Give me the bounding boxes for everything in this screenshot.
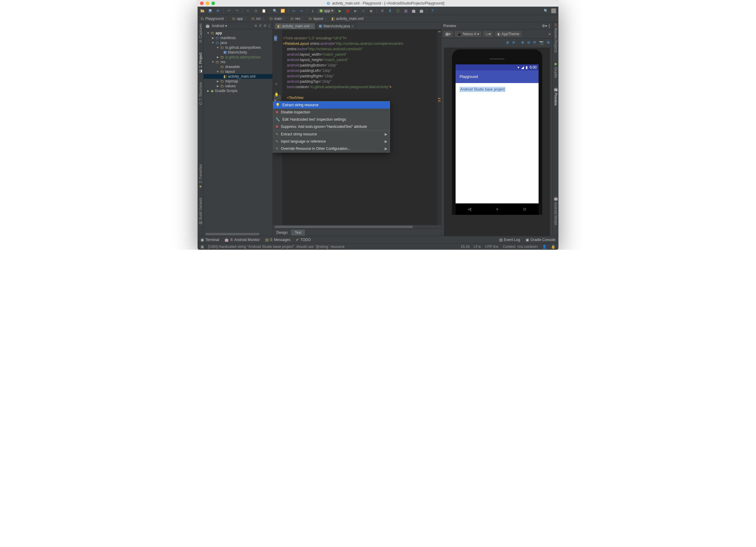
breadcrumb-item[interactable]: 🗀res〉 <box>289 15 306 22</box>
collapse-all-icon[interactable]: ⇵ <box>259 24 262 28</box>
screenshot-icon[interactable]: 📷 <box>539 40 544 45</box>
forward-icon[interactable]: ⇨ <box>299 8 305 14</box>
undo-icon[interactable]: ↶ <box>226 8 232 14</box>
zoom-fit-icon[interactable]: ⊕ <box>521 40 524 45</box>
user-icon[interactable] <box>551 8 557 14</box>
orientation-icon[interactable]: ▭▾ <box>484 31 493 37</box>
zoom-actual-icon[interactable]: ⊖ <box>527 40 530 45</box>
breadcrumb-item[interactable]: 🗀Playground〉 <box>199 15 230 22</box>
preview-tab[interactable]: 🤖Preview <box>554 87 558 106</box>
scroll-from-source-icon[interactable]: ⊕ <box>254 24 257 28</box>
zoom-out-icon[interactable]: ⊖ <box>512 40 515 45</box>
intention-item-extract[interactable]: 💡Extract string resource <box>273 101 390 109</box>
breadcrumb-item[interactable]: 🗀main〉 <box>268 15 288 22</box>
project-view-selector[interactable]: Android ▾ <box>212 24 227 28</box>
redo-icon[interactable]: ↷ <box>234 8 240 14</box>
intention-item-edit-settings[interactable]: 🔧Edit 'Hardcoded text' inspection settin… <box>273 116 390 123</box>
breadcrumb-item[interactable]: 🗀app〉 <box>231 15 249 22</box>
theme-selector[interactable]: ◐ AppTheme <box>495 31 521 37</box>
search-everywhere-icon[interactable]: 🔍 <box>543 8 549 14</box>
zoom-in-icon[interactable]: ⊕ <box>506 40 509 45</box>
intention-item-suppress[interactable]: ✖Suppress: Add tools:ignore="HardcodedTe… <box>273 123 390 130</box>
android-monitor-tab[interactable]: 🤖6: Android Monitor <box>224 238 260 242</box>
gradle-tab[interactable]: ◆Gradle <box>554 62 558 78</box>
text-tab[interactable]: Text <box>291 229 305 235</box>
make-icon[interactable]: ⤓ <box>310 8 316 14</box>
android-icon[interactable]: 🤖 <box>410 8 416 14</box>
run-config-selector[interactable]: app▾ <box>318 8 335 13</box>
breadcrumb-item[interactable]: ◧activity_main.xml <box>330 16 364 21</box>
context-indicator[interactable]: Context: <no context> <box>503 244 538 249</box>
overflow-icon[interactable]: » <box>549 32 551 36</box>
save-icon[interactable] <box>207 8 213 14</box>
avd-manager-icon[interactable]: ⚙ <box>379 8 385 14</box>
favorites-tab[interactable]: ★2: Favorites <box>198 164 203 189</box>
gradle-console-tab[interactable]: ▣Gradle Console <box>526 238 555 242</box>
intention-item-inject[interactable]: ✎Inject language or reference▶ <box>273 138 390 145</box>
breadcrumb-item[interactable]: 🗀layout〉 <box>307 15 329 22</box>
project-tab[interactable]: ◧1: Project <box>198 53 203 73</box>
captures-tab[interactable]: ◎Captures <box>198 23 203 44</box>
close-tab-icon[interactable]: × <box>352 25 353 28</box>
intention-item-extract2[interactable]: ✎Extract string resource▶ <box>273 131 390 138</box>
file-encoding[interactable]: UTF-8≑ <box>485 244 499 249</box>
android2-icon[interactable]: 🤖 <box>418 8 424 14</box>
back-icon[interactable]: ⇦ <box>291 8 297 14</box>
build-variants-tab[interactable]: ▤Build Variants <box>198 198 203 225</box>
device-selector[interactable]: 📱 Nexus 4 ▾ <box>455 31 481 37</box>
messages-tab[interactable]: ▤0: Messages <box>265 238 290 242</box>
code-editor[interactable]: C ⊖ ⊖ <?xml version="1.0" encoding="utf-… <box>273 29 441 225</box>
layout-inspector-icon[interactable]: ▦ <box>403 8 409 14</box>
nav-back-icon[interactable]: ◁ <box>468 207 471 211</box>
error-stripe[interactable] <box>438 29 441 225</box>
minimize-window-button[interactable] <box>206 2 209 5</box>
run-icon[interactable]: ▶ <box>337 8 343 14</box>
maximize-window-button[interactable] <box>211 2 215 5</box>
copy-icon[interactable]: ⧉ <box>253 8 259 14</box>
nav-home-icon[interactable]: ○ <box>496 207 498 211</box>
hide-icon[interactable]: ┤ <box>548 24 551 28</box>
run-coverage-icon[interactable]: ▶ <box>352 8 358 14</box>
cut-icon[interactable]: ✂ <box>245 8 251 14</box>
maven-tab[interactable]: mMaven Projects <box>554 23 558 53</box>
open-icon[interactable] <box>199 8 205 14</box>
sync-icon[interactable]: ⟳ <box>215 8 221 14</box>
intention-item-disable[interactable]: ✖Disable inspection <box>273 109 390 116</box>
textview-preview[interactable]: Android Studio base project <box>460 87 505 92</box>
nav-recent-icon[interactable]: □ <box>524 207 526 211</box>
ddms-icon[interactable]: ⬡ <box>395 8 401 14</box>
hide-icon[interactable]: ┤ <box>268 24 271 28</box>
project-tree[interactable]: ▼🗀app ▶🗀manifests ▼🗀java ▼🗀io.github.ada… <box>204 29 272 232</box>
fold-icon[interactable]: ⊖ <box>275 81 278 87</box>
tree-item-activity-main[interactable]: ◧activity_main.xml <box>204 74 272 79</box>
event-log-tab[interactable]: ▤Event Log <box>499 238 520 242</box>
settings-icon[interactable]: ⚙ <box>547 40 550 45</box>
replace-icon[interactable]: 🔁 <box>280 8 286 14</box>
tab-activity-main[interactable]: ◧activity_main.xml× <box>275 23 315 29</box>
design-tab[interactable]: Design <box>273 229 291 235</box>
render-config-icon[interactable]: ▦▾ <box>443 31 453 37</box>
structure-tab[interactable]: ⌬7: Structure <box>198 82 203 105</box>
line-separator[interactable]: LF≑ <box>474 244 481 249</box>
terminal-tab[interactable]: ▣Terminal <box>201 238 219 242</box>
hector-icon[interactable]: 👤 <box>542 244 547 249</box>
gear-icon[interactable]: ⚙ <box>263 24 266 28</box>
refresh-icon[interactable]: ⟳ <box>533 40 536 45</box>
status-lock-icon[interactable]: 🔒 <box>551 244 555 249</box>
device-screen[interactable]: ▾ ◢ ▮ 6:00 Playground Android Studio bas… <box>456 64 539 215</box>
debug-icon[interactable]: 🐞 <box>345 8 351 14</box>
tab-mainactivity[interactable]: CMainActivity.java× <box>316 23 356 29</box>
intention-bulb-icon[interactable]: 💡▾ <box>274 95 281 100</box>
toggle-tool-windows-icon[interactable]: ▣ <box>201 244 204 249</box>
gear-icon[interactable]: ⚙▾ <box>542 24 547 28</box>
android-model-tab[interactable]: 🤖Android Model <box>554 196 558 225</box>
sdk-manager-icon[interactable]: ⬇ <box>387 8 393 14</box>
todo-tab[interactable]: ✔TODO <box>296 238 311 242</box>
paste-icon[interactable]: 📋 <box>261 8 267 14</box>
intention-item-override[interactable]: ✎Override Resource in Other Configuratio… <box>273 145 390 152</box>
find-icon[interactable]: 🔍 <box>272 8 278 14</box>
close-window-button[interactable] <box>200 2 204 5</box>
project-tree-scrollbar[interactable] <box>204 232 272 236</box>
close-tab-icon[interactable]: × <box>311 25 313 28</box>
breadcrumb-item[interactable]: 🗀src〉 <box>250 15 267 22</box>
